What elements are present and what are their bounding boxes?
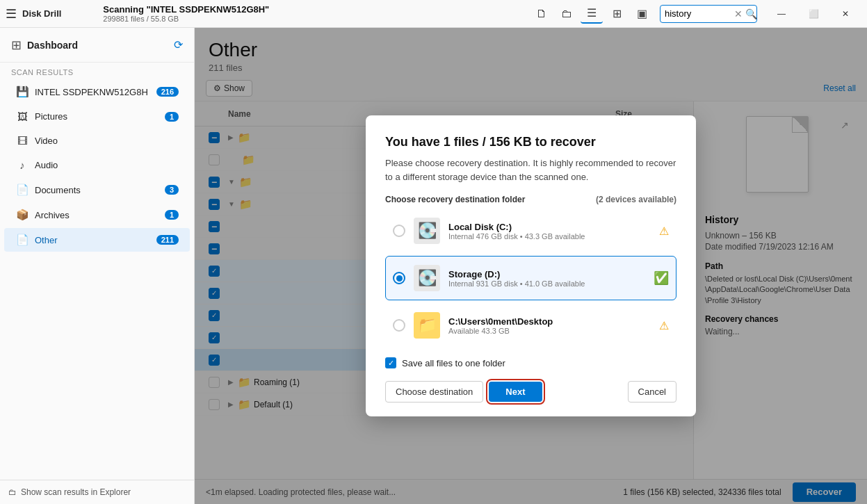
dest-option-local-c[interactable]: 💽 Local Disk (C:) Internal 476 GB disk •…	[385, 209, 676, 253]
search-box: history ✕ 🔍	[660, 5, 757, 23]
grid-toolbar-icon[interactable]: ⊞	[606, 4, 628, 24]
sidebar-item-documents[interactable]: 📄 Documents 3	[4, 178, 190, 202]
archives-icon: 📦	[15, 209, 29, 221]
menu-icon[interactable]: ☰	[6, 6, 17, 22]
sidebar-intel-badge: 216	[156, 87, 179, 97]
sidebar-other-label: Other	[35, 235, 151, 245]
folder-toolbar-icon[interactable]: 🗀	[556, 4, 578, 24]
dest-option-desktop[interactable]: 📁 C:\Users\0ment\Desktop Available 43.3 …	[385, 303, 676, 348]
radio-storage-d[interactable]	[393, 272, 405, 284]
audio-icon: ♪	[15, 159, 29, 171]
pictures-icon: 🖼	[15, 111, 29, 122]
loading-spinner: ⟳	[174, 38, 183, 51]
show-in-explorer-button[interactable]: 🗀 Show scan results in Explorer	[0, 480, 194, 504]
modal-title: You have 1 files / 156 KB to recover	[385, 135, 676, 149]
sidebar-item-pictures[interactable]: 🖼 Pictures 1	[4, 105, 190, 128]
dest-folder-label: Choose recovery destination folder	[385, 195, 525, 204]
close-button[interactable]: ✕	[829, 0, 861, 28]
sidebar-item-intel-ssd[interactable]: 💾 INTEL SSDPEKNW512G8H 216	[4, 80, 190, 104]
sidebar-header: ⊞ Dashboard ⟳	[0, 28, 194, 63]
toolbar-icons: 🗋 🗀 ☰ ⊞ ▣	[530, 4, 653, 24]
modal-overlay: You have 1 files / 156 KB to recover Ple…	[195, 28, 867, 504]
list-toolbar-icon[interactable]: ☰	[581, 4, 603, 24]
window-controls: — ⬜ ✕	[765, 0, 861, 28]
dashboard-icon: ⊞	[11, 38, 22, 53]
sidebar: ⊞ Dashboard ⟳ Scan results 💾 INTEL SSDPE…	[0, 28, 195, 504]
dest-c-sub: Internal 476 GB disk • 43.3 GB available	[448, 232, 651, 241]
sidebar-item-archives[interactable]: 📦 Archives 1	[4, 203, 190, 227]
desktop-folder-icon: 📁	[414, 312, 440, 339]
sidebar-documents-badge: 3	[165, 185, 179, 195]
app-name: Disk Drill	[22, 8, 61, 19]
scan-title: Scanning "INTEL SSDPEKNW512G8H"	[103, 4, 269, 15]
sidebar-audio-label: Audio	[35, 160, 179, 170]
sidebar-item-audio[interactable]: ♪ Audio	[4, 154, 190, 177]
next-button[interactable]: Next	[489, 382, 542, 402]
sidebar-item-other[interactable]: 📄 Other 211	[4, 228, 190, 252]
content-area: Other 211 files ⚙ Show Reset all Name Si…	[195, 28, 867, 504]
radio-local-c[interactable]	[393, 225, 405, 237]
dest-c-info: Local Disk (C:) Internal 476 GB disk • 4…	[448, 222, 651, 241]
sidebar-archives-label: Archives	[35, 210, 159, 220]
sidebar-pictures-badge: 1	[165, 112, 179, 122]
dest-desktop-info: C:\Users\0ment\Desktop Available 43.3 GB	[448, 316, 651, 335]
ok-icon-d: ✅	[654, 270, 669, 286]
modal-actions: Choose destination Next Cancel	[385, 381, 676, 403]
save-all-label: Save all files to one folder	[402, 358, 505, 368]
documents-icon: 📄	[15, 184, 29, 196]
dest-c-name: Local Disk (C:)	[448, 222, 651, 232]
titlebar: ☰ Disk Drill Scanning "INTEL SSDPEKNW512…	[0, 0, 867, 28]
cancel-button[interactable]: Cancel	[628, 381, 676, 403]
warning-icon-c: ⚠	[659, 225, 669, 238]
sidebar-video-label: Video	[35, 136, 179, 146]
modal-dest-label: Choose recovery destination folder (2 de…	[385, 195, 676, 204]
save-all-checkbox[interactable]: ✓	[385, 357, 396, 368]
devices-available: (2 devices available)	[596, 195, 676, 204]
choose-destination-button[interactable]: Choose destination	[385, 381, 483, 403]
sidebar-item-intel-label: INTEL SSDPEKNW512G8H	[35, 87, 151, 97]
sidebar-other-badge: 211	[156, 235, 179, 245]
file-toolbar-icon[interactable]: 🗋	[530, 4, 553, 24]
show-in-explorer-label: Show scan results in Explorer	[21, 487, 131, 497]
main-layout: ⊞ Dashboard ⟳ Scan results 💾 INTEL SSDPE…	[0, 28, 867, 504]
scan-info: Scanning "INTEL SSDPEKNW512G8H" 299881 f…	[61, 4, 522, 23]
other-icon: 📄	[15, 234, 29, 246]
dest-d-sub: Internal 931 GB disk • 41.0 GB available	[448, 279, 645, 288]
search-clear-icon[interactable]: ✕	[734, 8, 743, 19]
search-input[interactable]: history	[665, 8, 734, 19]
dest-d-info: Storage (D:) Internal 931 GB disk • 41.0…	[448, 269, 645, 288]
dest-desktop-name: C:\Users\0ment\Desktop	[448, 316, 651, 327]
sidebar-pictures-label: Pictures	[35, 111, 159, 122]
maximize-button[interactable]: ⬜	[797, 0, 829, 28]
drive-c-icon: 💽	[414, 218, 440, 244]
sidebar-documents-label: Documents	[35, 185, 159, 195]
save-all-row: ✓ Save all files to one folder	[385, 357, 676, 368]
radio-desktop[interactable]	[393, 319, 405, 332]
scan-results-label: Scan results	[0, 63, 194, 79]
sidebar-item-video[interactable]: 🎞 Video	[4, 129, 190, 152]
explorer-icon: 🗀	[8, 487, 17, 497]
modal-description: Please choose recovery destination. It i…	[385, 156, 676, 184]
sidebar-archives-badge: 1	[165, 210, 179, 220]
dest-desktop-sub: Available 43.3 GB	[448, 327, 651, 335]
dashboard-label: Dashboard	[27, 40, 168, 51]
scan-subtitle: 299881 files / 55.8 GB	[103, 15, 179, 23]
video-icon: 🎞	[15, 135, 29, 147]
warning-icon-desktop: ⚠	[659, 319, 669, 332]
dest-d-name: Storage (D:)	[448, 269, 645, 279]
minimize-button[interactable]: —	[765, 0, 797, 28]
search-icon[interactable]: 🔍	[745, 8, 757, 19]
dest-option-storage-d[interactable]: 💽 Storage (D:) Internal 931 GB disk • 41…	[385, 256, 676, 300]
panel-toolbar-icon[interactable]: ▣	[631, 4, 653, 24]
recovery-modal: You have 1 files / 156 KB to recover Ple…	[366, 115, 696, 416]
drive-d-icon: 💽	[414, 265, 440, 291]
ssd-icon: 💾	[15, 86, 29, 98]
